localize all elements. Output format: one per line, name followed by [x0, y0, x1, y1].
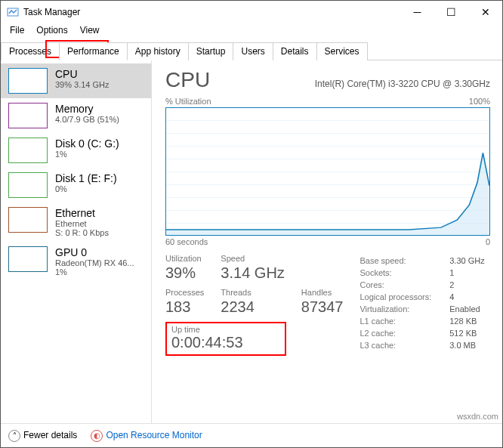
l1-label: L1 cache: — [360, 316, 448, 326]
monitor-icon: ◐ — [91, 430, 103, 442]
threads-label: Threads — [221, 288, 284, 297]
cores-label: Cores: — [360, 280, 448, 290]
utilization-label: Utilization — [165, 254, 204, 263]
l1-value: 128 KB — [449, 316, 484, 326]
sidebar-stat: 1% — [55, 150, 119, 159]
close-button[interactable]: ✕ — [468, 1, 502, 23]
sidebar-label: Memory — [55, 103, 119, 115]
logical-value: 4 — [449, 292, 484, 302]
chart-xmax: 60 seconds — [165, 237, 208, 246]
sidebar-label: Ethernet — [55, 207, 109, 219]
l3-label: L3 cache: — [360, 340, 448, 351]
speed-value: 3.14 GHz — [221, 264, 284, 282]
tab-details[interactable]: Details — [273, 42, 317, 60]
l2-label: L2 cache: — [360, 328, 448, 338]
uptime-label: Up time — [171, 325, 280, 334]
maximize-button[interactable]: ☐ — [434, 1, 468, 23]
window-title: Task Manager — [23, 7, 400, 17]
sockets-label: Sockets: — [360, 267, 448, 278]
handles-value: 87347 — [301, 298, 344, 316]
sidebar-stat: 39% 3.14 GHz — [55, 80, 110, 89]
virt-label: Virtualization: — [360, 304, 448, 314]
watermark: wsxdn.com — [457, 412, 498, 421]
sidebar-stat: Radeon(TM) RX 46... 1% — [55, 258, 134, 277]
chevron-up-icon: ˄ — [8, 430, 20, 442]
main-pane: CPU Intel(R) Core(TM) i3-3220 CPU @ 3.30… — [152, 60, 502, 423]
page-title: CPU — [165, 68, 210, 92]
tab-processes[interactable]: Processes — [1, 42, 60, 60]
tab-app-history[interactable]: App history — [127, 42, 189, 60]
sidebar-item-gpu0[interactable]: GPU 0 Radeon(TM) RX 46... 1% — [1, 242, 151, 281]
tab-startup[interactable]: Startup — [188, 42, 234, 60]
footer: ˄Fewer details ◐Open Resource Monitor — [1, 423, 502, 447]
tab-performance[interactable]: Performance — [59, 42, 128, 60]
chart-ylabel: % Utilization — [165, 97, 211, 106]
tab-users[interactable]: Users — [233, 42, 273, 60]
ethernet-thumb — [8, 207, 48, 233]
fewer-details-label: Fewer details — [23, 430, 77, 440]
annotation-highlight-uptime: Up time 0:00:44:53 — [165, 322, 286, 356]
fewer-details-button[interactable]: ˄Fewer details — [8, 430, 77, 442]
utilization-chart — [165, 107, 490, 236]
sidebar-label: Disk 1 (E: F:) — [55, 172, 117, 184]
chart-xmin: 0 — [486, 237, 490, 246]
basespeed-label: Base speed: — [360, 255, 448, 266]
threads-value: 2234 — [221, 298, 284, 316]
memory-thumb — [8, 103, 48, 128]
chart-ymax: 100% — [469, 97, 490, 106]
sidebar-label: CPU — [55, 68, 110, 80]
sidebar-stat: 4.0/7.9 GB (51%) — [55, 115, 119, 124]
l3-value: 3.0 MB — [449, 340, 484, 351]
cpu-thumb — [8, 68, 48, 94]
sidebar-label: Disk 0 (C: G:) — [55, 137, 119, 150]
speed-label: Speed — [221, 254, 284, 263]
utilization-value: 39% — [165, 264, 204, 282]
tab-bar: Processes Performance App history Startu… — [1, 39, 502, 60]
processes-label: Processes — [165, 288, 204, 297]
resource-monitor-label: Open Resource Monitor — [106, 430, 202, 440]
sidebar-item-cpu[interactable]: CPU 39% 3.14 GHz — [1, 63, 151, 98]
sidebar-item-disk1[interactable]: Disk 1 (E: F:) 0% — [1, 168, 151, 202]
sidebar-item-ethernet[interactable]: Ethernet Ethernet S: 0 R: 0 Kbps — [1, 202, 151, 242]
menu-view[interactable]: View — [74, 23, 106, 39]
processes-value: 183 — [165, 298, 204, 316]
sidebar: CPU 39% 3.14 GHz Memory 4.0/7.9 GB (51%)… — [1, 60, 152, 423]
minimize-button[interactable]: ─ — [400, 1, 434, 23]
virt-value: Enabled — [449, 304, 484, 314]
sidebar-item-disk0[interactable]: Disk 0 (C: G:) 1% — [1, 133, 151, 168]
tab-services[interactable]: Services — [316, 42, 368, 60]
sidebar-stat: Ethernet S: 0 R: 0 Kbps — [55, 219, 109, 237]
cpu-specs: Base speed:3.30 GHz Sockets:1 Cores:2 Lo… — [358, 254, 486, 356]
sidebar-stat: 0% — [55, 184, 117, 193]
basespeed-value: 3.30 GHz — [449, 255, 484, 266]
sockets-value: 1 — [449, 267, 484, 278]
handles-label: Handles — [301, 288, 344, 297]
logical-label: Logical processors: — [360, 292, 448, 302]
sidebar-item-memory[interactable]: Memory 4.0/7.9 GB (51%) — [1, 98, 151, 133]
l2-value: 512 KB — [449, 328, 484, 338]
task-manager-icon — [7, 6, 19, 18]
cores-value: 2 — [449, 280, 484, 290]
menu-file[interactable]: File — [4, 23, 30, 39]
open-resource-monitor-link[interactable]: ◐Open Resource Monitor — [91, 430, 202, 442]
menu-bar: File Options View — [1, 23, 502, 39]
cpu-description: Intel(R) Core(TM) i3-3220 CPU @ 3.30GHz — [315, 79, 490, 89]
sidebar-label: GPU 0 — [55, 246, 134, 258]
disk0-thumb — [8, 137, 48, 163]
menu-options[interactable]: Options — [30, 23, 73, 39]
gpu-thumb — [8, 246, 48, 272]
uptime-value: 0:00:44:53 — [171, 334, 280, 351]
titlebar: Task Manager ─ ☐ ✕ — [1, 1, 502, 23]
disk1-thumb — [8, 172, 48, 198]
